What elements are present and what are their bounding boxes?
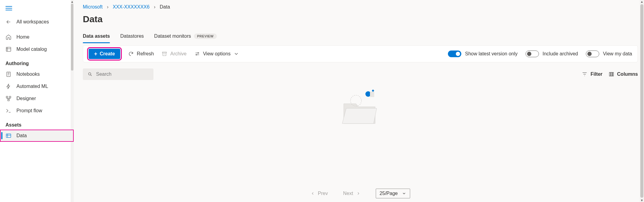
main-scrollbar[interactable]: ▲ ▼ xyxy=(640,0,644,202)
toolbar: + Create Refresh Archive View options Sh… xyxy=(83,45,638,62)
plus-icon: + xyxy=(94,51,97,57)
search-row: Filter Columns xyxy=(83,62,638,82)
next-page[interactable]: Next xyxy=(343,191,361,196)
tabs: Data assets Datastores Dataset monitors … xyxy=(83,30,638,44)
empty-state xyxy=(83,82,638,187)
sidebar-item-model-catalog[interactable]: Model catalog xyxy=(0,43,74,55)
columns-button[interactable]: Columns xyxy=(609,71,638,77)
tab-data-assets[interactable]: Data assets xyxy=(83,30,110,43)
sidebar-item-prompt-flow[interactable]: Prompt flow xyxy=(0,105,74,117)
sidebar-item-label: Prompt flow xyxy=(16,108,42,113)
svg-rect-11 xyxy=(611,72,612,76)
sidebar-item-notebooks[interactable]: Notebooks xyxy=(0,68,74,80)
archive-button: Archive xyxy=(162,51,186,57)
page-size-label: 25/Page xyxy=(380,191,398,196)
sidebar-item-label: Notebooks xyxy=(16,71,40,77)
svg-point-8 xyxy=(196,54,197,55)
breadcrumb-root[interactable]: Microsoft xyxy=(83,4,103,10)
view-options-button[interactable]: View options xyxy=(195,51,239,57)
sidebar-item-data[interactable]: Data xyxy=(0,130,74,142)
main-content: ▲ ▼ Microsoft › XXX-XXXXXXX6 › Data Data… xyxy=(74,0,644,202)
filter-icon xyxy=(582,71,587,77)
search-icon xyxy=(88,71,93,77)
refresh-label: Refresh xyxy=(137,51,154,57)
svg-rect-1 xyxy=(7,72,10,77)
sidebar-item-label: Designer xyxy=(16,96,36,101)
back-arrow-icon xyxy=(5,19,12,25)
scroll-up-icon: ▲ xyxy=(71,0,74,3)
svg-rect-5 xyxy=(6,134,11,138)
svg-rect-4 xyxy=(8,99,9,101)
view-options-label: View options xyxy=(203,51,231,57)
svg-rect-10 xyxy=(609,72,611,76)
toggle-view-my-data[interactable]: View my data xyxy=(586,50,632,57)
prev-page[interactable]: Prev xyxy=(311,191,328,196)
toggle-include-archived[interactable]: Include archived xyxy=(526,50,578,57)
svg-point-7 xyxy=(198,53,199,54)
tab-label: Dataset monitors xyxy=(154,33,191,39)
catalog-icon xyxy=(5,46,12,52)
sidebar-item-label: Home xyxy=(16,34,30,40)
sidebar-item-designer[interactable]: Designer xyxy=(0,92,74,105)
toggle-label: Show latest version only xyxy=(465,51,518,57)
next-label: Next xyxy=(343,191,353,196)
refresh-icon xyxy=(128,51,134,57)
sidebar-item-label: Data xyxy=(16,133,27,138)
sidebar-section-authoring: Authoring xyxy=(0,55,74,68)
create-label: Create xyxy=(100,51,115,57)
filter-button[interactable]: Filter xyxy=(582,71,602,77)
sidebar: ▲ All workspaces Home Model catalog Auth xyxy=(0,0,74,202)
hamburger-menu[interactable] xyxy=(0,4,15,16)
page-title: Data xyxy=(83,12,638,30)
prev-label: Prev xyxy=(318,191,328,196)
svg-rect-12 xyxy=(612,72,613,76)
sidebar-item-label: All workspaces xyxy=(16,19,49,25)
archive-icon xyxy=(162,51,167,57)
toggle-label: Include archived xyxy=(543,51,578,57)
home-icon xyxy=(5,34,12,40)
columns-label: Columns xyxy=(617,71,638,77)
breadcrumb: Microsoft › XXX-XXXXXXX6 › Data xyxy=(83,0,638,12)
scroll-up-icon: ▲ xyxy=(640,0,644,3)
archive-label: Archive xyxy=(170,51,186,57)
toggle-show-latest[interactable]: Show latest version only xyxy=(448,50,518,57)
sidebar-item-home[interactable]: Home xyxy=(0,31,74,43)
preview-badge: PREVIEW xyxy=(194,33,216,39)
sidebar-item-automated-ml[interactable]: Automated ML xyxy=(0,80,74,92)
pagination: Prev Next 25/Page xyxy=(83,187,638,202)
breadcrumb-workspace[interactable]: XXX-XXXXXXX6 xyxy=(113,4,150,10)
chevron-down-icon xyxy=(402,191,406,196)
svg-rect-6 xyxy=(163,52,167,53)
sidebar-item-label: Model catalog xyxy=(16,47,47,52)
chevron-down-icon xyxy=(234,51,239,57)
flowchart-icon xyxy=(5,96,12,102)
create-button[interactable]: + Create xyxy=(89,49,120,59)
chevron-right-icon: › xyxy=(154,4,155,10)
main-scroll-thumb[interactable] xyxy=(640,4,643,198)
page-size-select[interactable]: 25/Page xyxy=(376,189,410,198)
tab-dataset-monitors[interactable]: Dataset monitors PREVIEW xyxy=(154,30,216,43)
svg-rect-15 xyxy=(370,92,374,97)
terminal-icon xyxy=(5,108,12,114)
filter-label: Filter xyxy=(590,71,602,77)
empty-folder-icon xyxy=(338,85,383,131)
search-box[interactable] xyxy=(83,68,153,80)
refresh-button[interactable]: Refresh xyxy=(128,51,154,57)
svg-rect-2 xyxy=(6,96,8,98)
search-input[interactable] xyxy=(96,71,149,77)
toggle-switch[interactable] xyxy=(586,50,599,57)
sidebar-item-label: Automated ML xyxy=(16,84,48,89)
svg-rect-3 xyxy=(9,96,11,98)
toggle-label: View my data xyxy=(603,51,632,57)
toggle-switch[interactable] xyxy=(448,50,461,57)
scroll-down-icon: ▼ xyxy=(640,199,644,202)
sliders-icon xyxy=(195,51,200,57)
columns-icon xyxy=(609,71,614,77)
svg-point-9 xyxy=(89,73,91,75)
tab-datastores[interactable]: Datastores xyxy=(120,30,144,43)
tab-label: Datastores xyxy=(120,33,144,39)
chevron-right-icon xyxy=(356,191,361,196)
sidebar-all-workspaces[interactable]: All workspaces xyxy=(0,16,74,28)
sidebar-section-assets: Assets xyxy=(0,117,74,130)
toggle-switch[interactable] xyxy=(526,50,539,57)
